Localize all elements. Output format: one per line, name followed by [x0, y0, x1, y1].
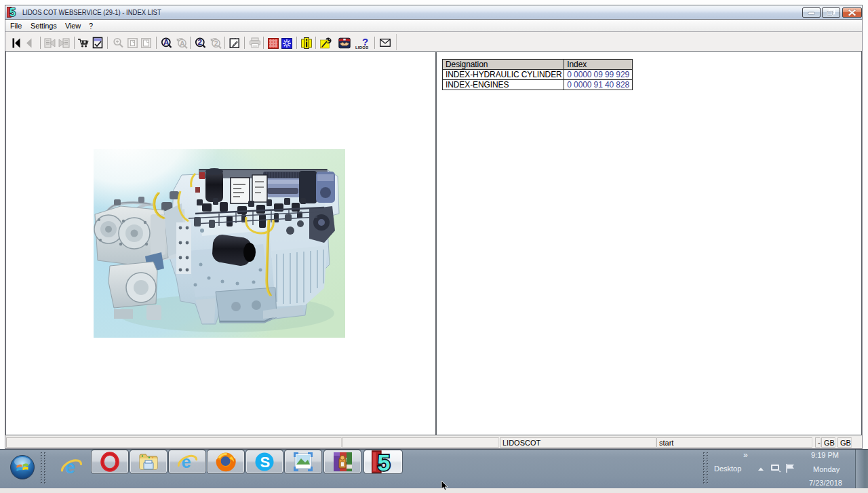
svg-text:2: 2 [198, 38, 202, 46]
svg-text:?: ? [362, 37, 368, 47]
svg-text:A: A [180, 39, 185, 47]
svg-text:5: 5 [9, 7, 16, 18]
svg-text:2: 2 [214, 39, 218, 47]
svg-text:S: S [260, 454, 271, 471]
svg-text:5: 5 [378, 450, 391, 473]
svg-text:A: A [163, 38, 169, 46]
